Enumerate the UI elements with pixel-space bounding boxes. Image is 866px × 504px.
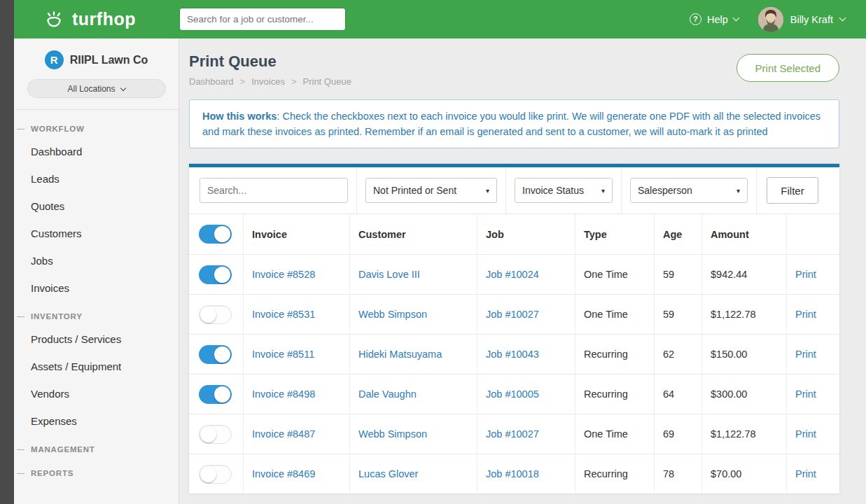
job-link[interactable]: Job #10024 bbox=[486, 269, 539, 280]
invoice-table: Invoice Customer Job Type Age Amount Inv… bbox=[189, 214, 839, 493]
sidebar-item-expenses[interactable]: Expenses bbox=[14, 407, 179, 435]
sidebar-item-assets-equipment[interactable]: Assets / Equipment bbox=[14, 353, 179, 380]
print-link[interactable]: Print bbox=[795, 468, 816, 479]
info-banner: How this works: Check the checkboxes nex… bbox=[189, 99, 839, 148]
select-all-toggle[interactable] bbox=[199, 225, 232, 244]
filter-row: Not Printed or Sent ▾ Invoice Status ▾ S… bbox=[189, 167, 839, 214]
sidebar-item-quotes[interactable]: Quotes bbox=[14, 192, 179, 220]
amount-cell: $942.44 bbox=[702, 255, 787, 294]
row-select-toggle[interactable] bbox=[199, 425, 232, 444]
sidebar-item-customers[interactable]: Customers bbox=[14, 220, 179, 247]
amount-cell: $1,122.78 bbox=[702, 295, 787, 334]
invoice-status-select[interactable]: Invoice Status ▾ bbox=[515, 178, 613, 203]
filter-card: Not Printed or Sent ▾ Invoice Status ▾ S… bbox=[189, 164, 839, 493]
chevron-down-icon bbox=[839, 15, 846, 22]
invoice-link[interactable]: Invoice #8469 bbox=[252, 468, 315, 479]
type-cell: One Time bbox=[575, 295, 655, 334]
invoice-link[interactable]: Invoice #8487 bbox=[252, 428, 315, 440]
column-header-job: Job bbox=[477, 214, 575, 254]
amount-cell: $300.00 bbox=[702, 374, 787, 414]
column-header-actions bbox=[787, 214, 839, 254]
sidebar-nav: WORKFLOW Dashboard Leads Quotes Customer… bbox=[14, 110, 179, 482]
customer-link[interactable]: Webb Simpson bbox=[358, 428, 427, 440]
nav-section-workflow: WORKFLOW bbox=[14, 114, 179, 138]
print-link[interactable]: Print bbox=[795, 269, 816, 280]
job-link[interactable]: Job #10027 bbox=[486, 309, 539, 320]
sidebar-item-invoices[interactable]: Invoices bbox=[14, 274, 179, 302]
sidebar-item-vendors[interactable]: Vendors bbox=[14, 380, 179, 407]
sidebar-item-products-services[interactable]: Products / Services bbox=[14, 326, 179, 353]
brand-logo[interactable]: turfhop bbox=[14, 6, 179, 33]
nav-section-label: WORKFLOW bbox=[31, 125, 85, 133]
table-row: Invoice #8511 Hideki Matsuyama Job #1004… bbox=[189, 334, 839, 374]
customer-link[interactable]: Dale Vaughn bbox=[358, 388, 417, 400]
user-menu[interactable]: Billy Kraft bbox=[758, 7, 845, 32]
print-link[interactable]: Print bbox=[795, 428, 816, 440]
print-link[interactable]: Print bbox=[795, 349, 816, 360]
breadcrumb-current: Print Queue bbox=[303, 76, 351, 87]
type-cell: One Time bbox=[575, 414, 655, 454]
job-link[interactable]: Job #10027 bbox=[486, 428, 539, 440]
section-dash-icon bbox=[17, 473, 25, 474]
job-link[interactable]: Job #10043 bbox=[486, 349, 539, 360]
row-select-toggle[interactable] bbox=[199, 385, 232, 404]
amount-cell: $70.00 bbox=[702, 454, 787, 493]
filter-button[interactable]: Filter bbox=[767, 177, 818, 204]
global-search-input[interactable] bbox=[179, 8, 346, 31]
print-link[interactable]: Print bbox=[795, 309, 816, 320]
sidebar-item-jobs[interactable]: Jobs bbox=[14, 247, 179, 274]
customer-link[interactable]: Lucas Glover bbox=[358, 468, 418, 479]
customer-link[interactable]: Davis Love III bbox=[358, 269, 420, 280]
printed-filter-select[interactable]: Not Printed or Sent ▾ bbox=[365, 178, 497, 203]
nav-section-label: INVENTORY bbox=[31, 312, 83, 321]
invoice-status-value: Invoice Status bbox=[522, 185, 584, 196]
top-navbar: turfhop ? Help Billy Kraft bbox=[14, 0, 866, 38]
age-cell: 69 bbox=[655, 414, 702, 454]
toggle-knob bbox=[214, 346, 230, 363]
customer-link[interactable]: Hideki Matsuyama bbox=[358, 349, 442, 360]
company-name: RIIPL Lawn Co bbox=[70, 54, 148, 66]
section-dash-icon bbox=[17, 129, 25, 130]
table-search-input[interactable] bbox=[200, 178, 348, 203]
nav-section-label: MANAGEMENT bbox=[31, 445, 95, 454]
chevron-down-icon bbox=[732, 15, 739, 22]
invoice-link[interactable]: Invoice #8528 bbox=[252, 269, 315, 280]
age-cell: 64 bbox=[655, 374, 702, 414]
row-select-toggle[interactable] bbox=[199, 305, 232, 324]
printed-filter-value: Not Printed or Sent bbox=[373, 185, 456, 196]
turfhop-logo-icon bbox=[42, 6, 66, 33]
job-link[interactable]: Job #10005 bbox=[486, 388, 539, 400]
row-select-toggle[interactable] bbox=[199, 265, 232, 284]
column-header-type: Type bbox=[575, 214, 655, 254]
breadcrumb-invoices[interactable]: Invoices bbox=[251, 76, 285, 87]
customer-link[interactable]: Webb Simpson bbox=[358, 309, 427, 320]
invoice-link[interactable]: Invoice #8498 bbox=[252, 388, 315, 400]
invoice-link[interactable]: Invoice #8531 bbox=[252, 309, 315, 320]
type-cell: Recurring bbox=[575, 374, 655, 414]
sidebar-item-leads[interactable]: Leads bbox=[14, 165, 179, 192]
nav-section-label: REPORTS bbox=[31, 469, 74, 477]
row-select-toggle[interactable] bbox=[199, 345, 232, 364]
print-selected-button[interactable]: Print Selected bbox=[736, 54, 839, 82]
salesperson-select[interactable]: Salesperson ▾ bbox=[630, 178, 748, 203]
toggle-knob bbox=[200, 307, 216, 323]
invoice-link[interactable]: Invoice #8511 bbox=[252, 349, 314, 360]
location-selector[interactable]: All Locations bbox=[27, 79, 166, 98]
column-header-customer: Customer bbox=[350, 214, 477, 254]
table-row: Invoice #8528 Davis Love III Job #10024 … bbox=[189, 254, 839, 294]
table-row: Invoice #8498 Dale Vaughn Job #10005 Rec… bbox=[189, 374, 839, 414]
caret-down-icon: ▾ bbox=[486, 187, 489, 195]
section-dash-icon bbox=[17, 449, 25, 450]
breadcrumb-dashboard[interactable]: Dashboard bbox=[189, 76, 234, 87]
help-label: Help bbox=[707, 14, 728, 25]
nav-section-management: MANAGEMENT bbox=[14, 435, 179, 458]
row-select-toggle[interactable] bbox=[199, 465, 232, 484]
table-row: Invoice #8531 Webb Simpson Job #10027 On… bbox=[189, 294, 839, 334]
print-link[interactable]: Print bbox=[795, 388, 816, 400]
age-cell: 62 bbox=[655, 335, 702, 374]
toggle-knob bbox=[214, 226, 230, 242]
job-link[interactable]: Job #10018 bbox=[486, 468, 539, 479]
help-menu[interactable]: ? Help bbox=[690, 13, 739, 25]
company-avatar: R bbox=[45, 50, 64, 69]
sidebar-item-dashboard[interactable]: Dashboard bbox=[14, 138, 179, 165]
